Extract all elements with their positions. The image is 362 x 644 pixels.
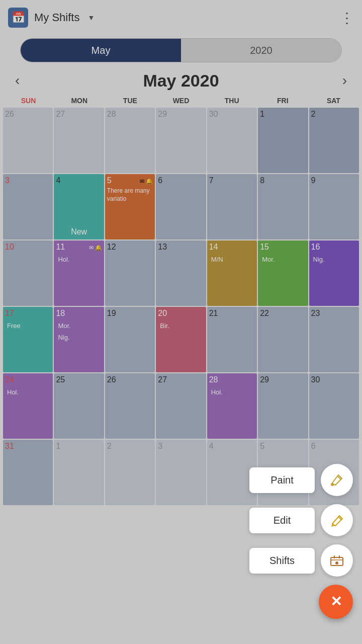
fab-menu: Paint Edit Shifts [249, 464, 353, 619]
paint-icon [329, 472, 344, 488]
paint-button[interactable] [321, 464, 353, 496]
close-icon: ✕ [330, 595, 342, 609]
paint-fab-item: Paint [249, 464, 353, 496]
svg-point-0 [331, 483, 334, 486]
edit-button[interactable] [321, 504, 353, 536]
paint-label[interactable]: Paint [249, 467, 315, 493]
fab-main-close-button[interactable]: ✕ [319, 585, 353, 619]
edit-pencil-icon [329, 513, 344, 528]
shifts-label[interactable]: Shifts [249, 548, 315, 574]
svg-point-2 [335, 561, 338, 565]
shifts-icon [329, 552, 345, 569]
shifts-button[interactable] [321, 544, 353, 577]
shifts-fab-item: Shifts [249, 544, 353, 577]
edit-label[interactable]: Edit [249, 508, 315, 533]
edit-fab-item: Edit [249, 504, 353, 536]
